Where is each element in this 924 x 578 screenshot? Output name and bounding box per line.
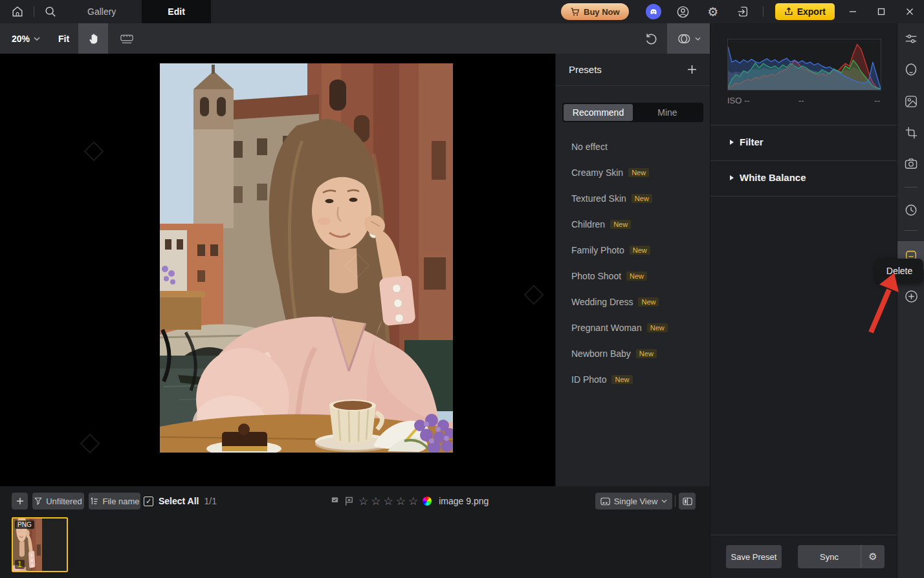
preset-item-label: Wedding Dress — [571, 297, 633, 307]
panel-footer: Save Preset Sync ⚙ — [710, 535, 897, 578]
preset-item-creamy-skin[interactable]: Creamy Skin New — [556, 160, 710, 186]
ruler-tool-button[interactable] — [112, 23, 142, 54]
crop-icon — [905, 127, 918, 139]
preset-item-label: Photo Shoot — [571, 271, 621, 281]
chevron-down-icon — [661, 499, 667, 503]
undo-button[interactable] — [636, 23, 666, 54]
maximize-button[interactable] — [867, 0, 896, 23]
adjustments-tool[interactable] — [897, 25, 924, 53]
color-label-icon[interactable] — [423, 497, 432, 506]
preset-item-no-effect[interactable]: No effect — [556, 134, 710, 160]
tab-mine[interactable]: Mine — [633, 104, 702, 121]
split-view-button[interactable] — [679, 493, 696, 509]
close-button[interactable] — [896, 0, 924, 23]
preset-item-id-photo[interactable]: ID Photo New — [556, 367, 710, 392]
export-icon — [784, 7, 793, 16]
sync-settings-button[interactable]: ⚙ — [861, 545, 885, 568]
view-mode-dropdown[interactable]: Single View — [595, 493, 672, 509]
home-icon — [11, 5, 24, 18]
save-preset-button[interactable]: Save Preset — [726, 545, 782, 568]
new-badge: New — [626, 272, 647, 281]
star-icon[interactable]: ☆ — [358, 495, 368, 508]
watermark-icon — [80, 433, 100, 453]
portrait-tool[interactable] — [897, 56, 924, 84]
preset-item-pregnant-woman[interactable]: Pregnant Woman New — [556, 315, 710, 341]
preset-item-wedding-dress[interactable]: Wedding Dress New — [556, 289, 710, 315]
edited-photo[interactable] — [160, 63, 453, 453]
sync-label: Sync — [820, 552, 839, 562]
tab-edit[interactable]: Edit — [142, 0, 210, 23]
clock-icon — [905, 204, 918, 217]
presets-panel: Presets Recommend Mine No effect Creamy … — [555, 54, 710, 486]
sync-button-group: Sync ⚙ — [798, 545, 885, 568]
crop-tool[interactable] — [897, 118, 924, 147]
thumbnail-image-9[interactable]: PNG 1 — [12, 517, 68, 572]
search-button[interactable] — [39, 0, 61, 23]
histogram — [727, 39, 881, 91]
compare-icon — [677, 32, 691, 45]
sort-button[interactable]: File name — [89, 493, 140, 509]
annotation-arrow — [862, 270, 903, 335]
camera-icon — [905, 158, 918, 169]
preset-list: No effect Creamy Skin New Textured Skin … — [556, 134, 710, 392]
logout-icon — [736, 5, 749, 18]
flag-reject-icon[interactable] — [344, 497, 354, 506]
star-icon[interactable]: ☆ — [384, 495, 393, 508]
plus-circle-icon — [905, 290, 918, 303]
add-image-button[interactable] — [12, 493, 28, 509]
settings-button[interactable]: ⚙ — [705, 4, 721, 19]
section-white-balance[interactable]: White Balance — [730, 172, 806, 183]
history-tool[interactable] — [897, 196, 924, 224]
gear-icon: ⚙ — [868, 551, 877, 562]
account-button[interactable] — [676, 4, 691, 19]
add-preset-icon[interactable] — [687, 65, 697, 74]
new-badge: New — [638, 297, 659, 306]
tab-gallery[interactable]: Gallery — [61, 0, 142, 23]
minimize-button[interactable] — [839, 0, 867, 23]
background-tool[interactable] — [897, 87, 924, 116]
fit-button[interactable]: Fit — [58, 34, 69, 44]
preset-item-textured-skin[interactable]: Textured Skin New — [556, 186, 710, 211]
home-button[interactable] — [6, 0, 28, 23]
export-button[interactable]: Export — [775, 3, 835, 20]
filter-button[interactable]: Unfiltered — [32, 493, 84, 509]
gear-icon: ⚙ — [707, 5, 718, 19]
preset-item-photo-shoot[interactable]: Photo Shoot New — [556, 263, 710, 289]
preset-item-family-photo[interactable]: Family Photo New — [556, 237, 710, 263]
topbar-divider — [34, 6, 34, 17]
tab-recommend[interactable]: Recommend — [564, 104, 633, 121]
compare-chevron-icon — [695, 37, 701, 41]
preset-item-children[interactable]: Children New — [556, 211, 710, 237]
maximize-icon — [877, 8, 885, 16]
sync-button[interactable]: Sync — [798, 545, 861, 568]
compare-button[interactable] — [667, 23, 710, 54]
select-all-checkbox[interactable]: ✓ — [144, 497, 153, 506]
preset-item-label: Children — [571, 219, 605, 230]
camera-tool[interactable] — [897, 149, 924, 178]
preset-item-newborn-baby[interactable]: Newborn Baby New — [556, 341, 710, 367]
buy-now-button[interactable]: Buy Now — [561, 3, 629, 20]
star-icon[interactable]: ☆ — [371, 495, 380, 508]
new-badge: New — [610, 220, 631, 229]
zoom-level-value: 20% — [12, 34, 30, 44]
expand-arrow-icon — [730, 140, 734, 145]
watermark-icon — [83, 141, 104, 161]
image-canvas[interactable] — [0, 54, 555, 486]
zoom-level-dropdown[interactable]: 20% — [12, 34, 40, 44]
preset-item-label: No effect — [571, 142, 608, 152]
star-rating: ☆☆☆☆☆ — [358, 495, 418, 508]
discord-button[interactable] — [646, 4, 661, 19]
star-icon[interactable]: ☆ — [408, 495, 418, 508]
exit-button[interactable] — [735, 4, 751, 19]
new-badge: New — [611, 375, 632, 384]
zoom-toolbar: 20% Fit — [0, 23, 710, 54]
section-filter[interactable]: Filter — [730, 136, 764, 147]
cart-icon — [570, 7, 580, 17]
current-filename: image 9.png — [439, 496, 489, 506]
tab-recommend-label: Recommend — [573, 107, 624, 118]
star-icon[interactable]: ☆ — [396, 495, 406, 508]
flag-pick-icon[interactable] — [330, 497, 340, 506]
hand-tool-button[interactable] — [78, 23, 108, 54]
iso-value: ISO -- — [727, 96, 750, 105]
sliders-icon — [905, 32, 918, 45]
